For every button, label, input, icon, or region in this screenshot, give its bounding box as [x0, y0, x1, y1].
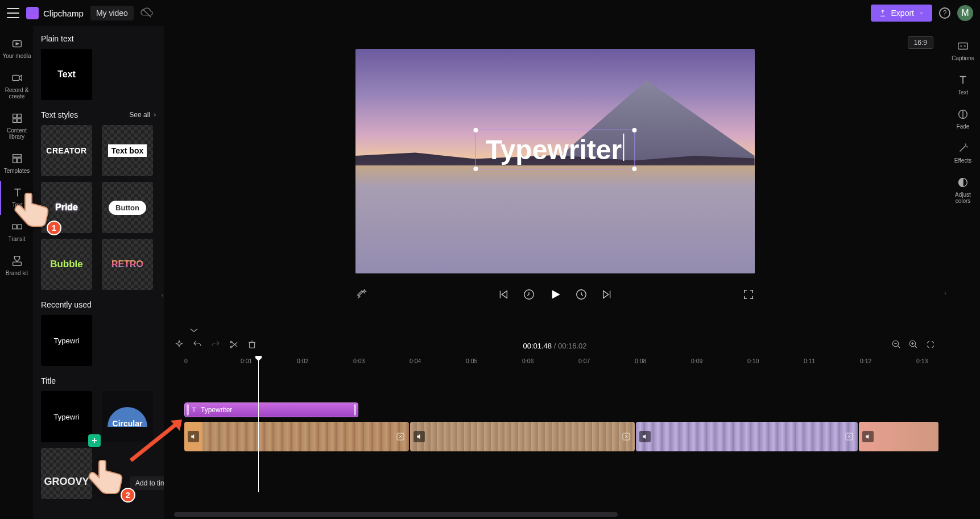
- rail-adjust-colors[interactable]: Adjust colors: [946, 171, 980, 211]
- hamburger-menu-icon[interactable]: [7, 8, 19, 18]
- video-canvas[interactable]: Typewriter: [355, 49, 755, 273]
- ruler-tick: 0:06: [522, 358, 534, 364]
- zoom-fit-icon[interactable]: [925, 339, 936, 352]
- rail-your-media[interactable]: Your media: [0, 32, 34, 66]
- redo-icon[interactable]: [210, 339, 221, 352]
- audio-icon[interactable]: [639, 431, 651, 442]
- rail-transitions[interactable]: Transit: [0, 215, 34, 249]
- rail-text-props[interactable]: Text: [946, 68, 980, 102]
- video-clip[interactable]: [184, 422, 409, 451]
- svg-rect-5: [17, 119, 20, 122]
- export-button[interactable]: Export: [871, 5, 932, 22]
- rewind-icon[interactable]: [523, 288, 535, 303]
- right-rail: Captions Text Fade Effects Adjust colors: [946, 26, 980, 519]
- zoom-in-icon[interactable]: [908, 339, 919, 352]
- style-retro-thumb[interactable]: RETRO: [102, 239, 153, 290]
- brand-name: Clipchamp: [43, 9, 84, 18]
- help-icon[interactable]: ?: [939, 7, 950, 19]
- ruler-tick: 0:11: [804, 358, 815, 364]
- style-button-thumb[interactable]: Button: [102, 182, 153, 233]
- split-icon[interactable]: [229, 339, 239, 352]
- rail-text[interactable]: Text: [0, 181, 34, 215]
- rail-effects[interactable]: Effects: [946, 136, 980, 171]
- title-heading: Title: [41, 376, 157, 385]
- delete-icon[interactable]: [247, 339, 257, 352]
- clip-end-icon: [395, 431, 406, 442]
- ruler-tick: 0:03: [353, 358, 365, 364]
- skip-back-icon[interactable]: [497, 288, 509, 303]
- svg-rect-3: [17, 114, 20, 118]
- collapse-panel-right-icon[interactable]: [941, 285, 949, 301]
- skip-forward-icon[interactable]: [601, 288, 614, 303]
- project-name-input[interactable]: My video: [90, 6, 134, 20]
- clip-end-icon: [844, 431, 854, 442]
- svg-rect-11: [13, 262, 21, 265]
- audio-icon[interactable]: [413, 431, 425, 442]
- svg-point-14: [230, 341, 232, 343]
- title-typewriter-thumb[interactable]: Typewri: [41, 391, 92, 442]
- audio-icon[interactable]: [862, 431, 874, 442]
- play-button-icon[interactable]: [549, 288, 561, 303]
- text-clip[interactable]: Typewriter: [184, 402, 358, 417]
- video-clip[interactable]: [410, 422, 635, 451]
- rail-fade[interactable]: Fade: [946, 102, 980, 136]
- user-avatar[interactable]: M: [957, 5, 973, 21]
- svg-rect-8: [17, 158, 20, 163]
- ruler-tick: 0:01: [241, 358, 252, 364]
- title-groovy-thumb[interactable]: GROOVY: [41, 448, 92, 499]
- rail-record-create[interactable]: Record & create: [0, 66, 34, 106]
- timeline-ruler[interactable]: 00:010:020:030:040:050:060:070:080:090:1…: [184, 356, 946, 368]
- rail-captions[interactable]: Captions: [946, 34, 980, 68]
- auto-enhance-icon[interactable]: [174, 339, 184, 352]
- ruler-tick: 0:09: [691, 358, 702, 364]
- undo-icon[interactable]: [192, 339, 202, 352]
- ruler-tick: 0:05: [466, 358, 477, 364]
- horizontal-scrollbar[interactable]: [174, 512, 618, 517]
- playhead-icon[interactable]: [258, 356, 259, 492]
- clip-handle-icon[interactable]: [354, 404, 356, 416]
- preview-area: Typewriter: [164, 26, 946, 322]
- brand-block[interactable]: Clipchamp: [26, 7, 84, 19]
- clip-handle-icon[interactable]: [187, 404, 189, 416]
- style-pride-thumb[interactable]: Pride: [41, 182, 92, 233]
- app-header: Clipchamp My video Export ? M: [0, 0, 980, 26]
- timeline-toolbar: 00:01.48 / 00:16.02: [164, 335, 946, 356]
- style-textbox-thumb[interactable]: Text box: [102, 125, 153, 176]
- resize-handle-icon[interactable]: [473, 167, 478, 171]
- style-creator-thumb[interactable]: CREATOR: [41, 125, 92, 176]
- video-clip[interactable]: [636, 422, 858, 451]
- svg-rect-10: [17, 225, 21, 229]
- player-controls: [355, 288, 755, 303]
- rail-content-library[interactable]: Content library: [0, 106, 34, 147]
- sync-off-icon[interactable]: [140, 7, 153, 19]
- ruler-tick: 0: [184, 358, 188, 364]
- plain-text-heading: Plain text: [41, 34, 157, 43]
- ruler-tick: 0:07: [578, 358, 590, 364]
- svg-rect-7: [13, 158, 16, 163]
- style-bubble-thumb[interactable]: Bubble: [41, 239, 92, 290]
- resize-handle-icon[interactable]: [473, 128, 478, 132]
- rail-brand-kit[interactable]: Brand kit: [0, 249, 34, 283]
- add-to-timeline-icon[interactable]: +: [88, 434, 101, 447]
- plain-text-thumb[interactable]: Text: [41, 49, 92, 100]
- video-clip[interactable]: [859, 422, 938, 451]
- collapse-panel-left-icon[interactable]: [159, 288, 164, 304]
- fullscreen-icon[interactable]: [742, 288, 755, 303]
- zoom-out-icon[interactable]: [891, 339, 902, 352]
- collapse-preview-icon[interactable]: [189, 325, 199, 335]
- see-all-link[interactable]: See all: [129, 111, 157, 119]
- clipchamp-logo-icon: [26, 7, 39, 19]
- text-selection-box[interactable]: Typewriter: [475, 130, 635, 169]
- clip-end-icon: [621, 431, 631, 442]
- recently-used-heading: Recently used: [41, 300, 157, 309]
- forward-icon[interactable]: [575, 288, 588, 303]
- ruler-tick: 0:10: [747, 358, 759, 364]
- center-column: 16:9 Typewriter: [164, 26, 946, 519]
- recent-typewriter-thumb[interactable]: Typewri: [41, 315, 92, 366]
- svg-rect-9: [12, 225, 16, 229]
- svg-rect-4: [13, 119, 16, 122]
- magic-edit-icon[interactable]: [355, 288, 368, 303]
- rail-templates[interactable]: Templates: [0, 147, 34, 181]
- video-track: [184, 422, 946, 451]
- timeline[interactable]: 00:010:020:030:040:050:060:070:080:090:1…: [164, 356, 946, 519]
